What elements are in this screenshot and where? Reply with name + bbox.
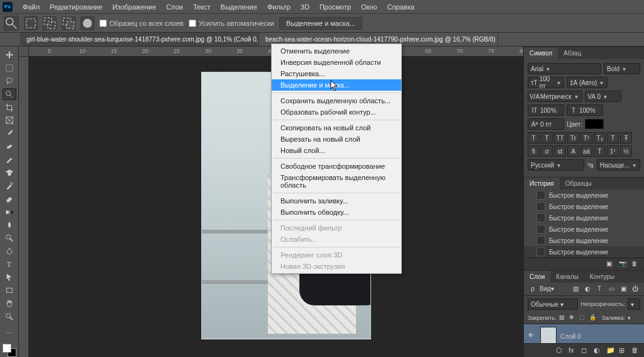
sample-all-layers-checkbox[interactable]: Образец со всех слоев <box>99 20 184 27</box>
delete-state-icon[interactable]: 🗑 <box>631 260 640 269</box>
menu-window[interactable]: Окно <box>356 1 382 13</box>
hand-tool[interactable] <box>3 297 16 309</box>
marquee-tool[interactable] <box>3 62 16 74</box>
kerning-field[interactable]: V/AМетрическ▾ <box>528 91 582 102</box>
context-menu-item[interactable]: Растушевка... <box>272 68 401 79</box>
ruler-vertical[interactable] <box>19 57 29 357</box>
visibility-icon[interactable]: 👁 <box>528 332 536 341</box>
ligatures-button[interactable]: fi <box>528 145 540 157</box>
path-selection-tool[interactable] <box>3 271 16 283</box>
menu-filter[interactable]: Фильтр <box>262 1 296 13</box>
filter-smart-icon[interactable]: ▣ <box>618 284 628 293</box>
clone-stamp-tool[interactable] <box>3 167 16 179</box>
discretionary-button[interactable]: st <box>554 145 566 157</box>
menu-help[interactable]: Справка <box>382 1 419 13</box>
create-document-from-state-icon[interactable]: ▣ <box>606 260 615 269</box>
new-snapshot-icon[interactable]: 📷 <box>619 260 628 269</box>
enhance-edge-checkbox[interactable]: Усилить автоматически <box>189 20 274 27</box>
titling-button[interactable]: T <box>594 145 606 157</box>
swash-button[interactable]: A <box>567 145 579 157</box>
frame-tool[interactable] <box>3 115 16 127</box>
underline-button[interactable]: T <box>607 132 619 144</box>
stylistic-button[interactable]: aá <box>580 145 592 157</box>
context-menu-item[interactable]: Новый слой... <box>272 145 401 156</box>
history-item[interactable]: Быстрое выделение <box>524 212 644 224</box>
tab-channels[interactable]: Каналы <box>550 271 584 283</box>
all-caps-button[interactable]: TT <box>554 132 566 144</box>
faux-bold-button[interactable]: T <box>528 132 540 144</box>
edit-toolbar-icon[interactable]: ⋯ <box>3 327 16 339</box>
rectangle-tool[interactable] <box>3 285 16 297</box>
faux-italic-button[interactable]: T <box>541 132 553 144</box>
brush-tool[interactable] <box>3 154 16 166</box>
antialias-select[interactable]: Насыще...▾ <box>597 159 640 171</box>
filter-toggle-icon[interactable]: ⏻ <box>630 284 640 293</box>
history-item[interactable]: Быстрое выделение <box>524 224 644 235</box>
filter-type-icon[interactable]: ρ <box>528 284 538 293</box>
lock-position-icon[interactable]: ✥ <box>569 314 577 322</box>
link-layers-icon[interactable]: ⬡ <box>556 346 565 355</box>
font-family-select[interactable]: Arial▾ <box>528 63 601 74</box>
quick-selection-tool[interactable] <box>3 88 16 100</box>
menu-3d[interactable]: 3D <box>296 1 314 13</box>
leading-field[interactable]: ‡A(Авто)▾ <box>567 77 608 88</box>
ruler-origin[interactable] <box>19 47 29 57</box>
select-and-mask-button[interactable]: Выделение и маска... <box>279 17 362 30</box>
menu-image[interactable]: Изображение <box>108 1 161 13</box>
strikethrough-button[interactable]: Ŧ <box>620 132 632 144</box>
tab-layers[interactable]: Слои <box>524 271 550 283</box>
context-menu-item[interactable]: Образовать рабочий контур... <box>272 106 401 118</box>
superscript-button[interactable]: T¹ <box>580 132 592 144</box>
tracking-field[interactable]: VA0▾ <box>585 91 621 102</box>
tab-paths[interactable]: Контуры <box>584 271 620 283</box>
selection-new-icon[interactable] <box>24 16 38 30</box>
history-item[interactable]: Быстрое выделение <box>524 235 644 246</box>
small-caps-button[interactable]: Tr <box>567 132 579 144</box>
menu-text[interactable]: Текст <box>188 1 216 13</box>
spot-healing-tool[interactable] <box>3 140 16 152</box>
menu-file[interactable]: Файл <box>18 1 45 13</box>
font-size-field[interactable]: тT100 пт▾ <box>528 77 564 88</box>
context-menu-item[interactable]: Свободное трансформирование <box>272 161 401 172</box>
menu-view[interactable]: Просмотр <box>314 1 356 13</box>
move-tool[interactable] <box>3 49 16 61</box>
context-menu-item[interactable]: Выполнить заливку... <box>272 195 401 207</box>
history-item[interactable]: Быстрое выделение <box>524 246 644 258</box>
lasso-tool[interactable] <box>3 76 16 88</box>
brush-picker-icon[interactable] <box>80 16 94 30</box>
ordinals-button[interactable]: 1ˢ <box>607 145 619 157</box>
layer-mask-icon[interactable]: ◻ <box>581 346 590 355</box>
context-menu-item[interactable]: Выполнить обводку... <box>272 207 401 218</box>
active-tool-icon[interactable] <box>4 16 19 31</box>
context-menu-item[interactable]: Инверсия выделенной области <box>272 57 401 68</box>
opacity-field[interactable]: ▾ <box>628 298 640 310</box>
tab-history[interactable]: История <box>524 178 560 190</box>
context-menu-item[interactable]: Вырезать на новый слой <box>272 133 401 145</box>
menu-layers[interactable]: Слои <box>161 1 188 13</box>
eraser-tool[interactable] <box>3 193 16 205</box>
subscript-button[interactable]: T₁ <box>594 132 606 144</box>
delete-layer-icon[interactable]: 🗑 <box>631 346 640 355</box>
context-menu-item[interactable]: Скопировать на новый слой <box>272 122 401 133</box>
dodge-tool[interactable] <box>3 232 16 244</box>
filter-adjustment-icon[interactable]: ◐ <box>582 284 592 293</box>
menu-select[interactable]: Выделение <box>216 1 262 13</box>
blend-mode-select[interactable]: Обычные▾ <box>528 298 578 310</box>
history-brush-tool[interactable] <box>3 180 16 192</box>
adjustment-layer-icon[interactable]: ◐ <box>594 346 602 355</box>
font-style-select[interactable]: Bold▾ <box>604 63 640 74</box>
gradient-tool[interactable] <box>3 206 16 218</box>
context-menu-item[interactable]: Трансформировать выделенную область <box>272 172 401 191</box>
lock-all-icon[interactable]: 🔒 <box>589 314 597 322</box>
type-tool[interactable]: T <box>3 258 16 270</box>
baseline-shift-field[interactable]: Aª0 пт <box>528 118 564 130</box>
selection-add-icon[interactable] <box>43 16 57 30</box>
eyedropper-tool[interactable] <box>3 128 16 140</box>
layer-name[interactable]: Слой 0 <box>560 333 581 340</box>
tab-character[interactable]: Символ <box>524 47 558 59</box>
selection-subtract-icon[interactable] <box>62 16 75 30</box>
zoom-tool[interactable] <box>3 310 16 322</box>
pen-tool[interactable] <box>3 245 16 257</box>
history-item[interactable]: Быстрое выделение <box>524 190 644 201</box>
filter-shape-icon[interactable]: ▭ <box>606 284 616 293</box>
